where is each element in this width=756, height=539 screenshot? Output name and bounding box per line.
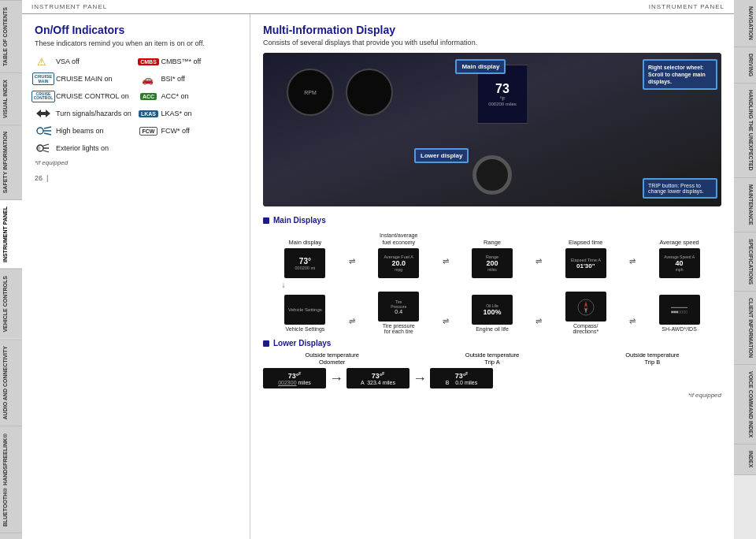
sidebar-item-index[interactable]: INDEX — [734, 444, 756, 474]
turn-signals-icon — [35, 107, 52, 120]
display-compass-label: Compass/directions* — [573, 323, 598, 334]
indicator-exterior-lights-label: Exterior lights on — [56, 144, 109, 152]
sidebar-item-voice-command[interactable]: VOICE COMMAND INDEX — [734, 365, 756, 444]
display-fuel-label: Instant/averagefuel economy — [380, 229, 417, 246]
lower-label-1: Outside temperatureOdometer — [263, 351, 401, 366]
lower-display-callout: Lower display — [414, 148, 469, 163]
header-left: INSTRUMENT PANEL — [32, 3, 107, 10]
lower-screen-odo: 73°F 002300 miles — [263, 368, 326, 388]
display-fuel-economy: Instant/averagefuel economy Average Fuel… — [357, 229, 441, 278]
indicator-turn-signals-on: Turn signals/hazards on — [35, 107, 132, 120]
main-displays-row1: Main display 73° 000200 mi ⇌ Instant/ave… — [263, 229, 721, 278]
indicator-cruise-main-on: CRUISEMAIN CRUISE MAIN on — [35, 72, 132, 85]
lower-displays-header: Lower Displays — [263, 339, 721, 348]
sidebar-item-driving[interactable]: DRIVING — [734, 47, 756, 84]
sidebar-item-audio-connectivity[interactable]: AUDIO AND CONNECTIVITY — [0, 339, 22, 426]
speed-unit: °F — [499, 96, 505, 102]
display-main: Main display 73° 000200 mi — [263, 229, 347, 278]
right-section-title: Multi-Information Display — [263, 24, 721, 36]
lkas-icon: LKAS — [140, 107, 158, 120]
cruise-main-icon: CRUISEMAIN — [35, 72, 52, 85]
sidebar-item-safety-information[interactable]: SAFETY INFORMATION — [0, 125, 22, 199]
header-right: INSTRUMENT PANEL — [649, 3, 724, 10]
display-compass: Compass/directions* — [543, 292, 628, 334]
main-content: INSTRUMENT PANEL INSTRUMENT PANEL On/Off… — [22, 0, 734, 539]
display-tire-pressure: Tire Pressure 0.4 Tire pressurefor each … — [357, 292, 441, 334]
right-sidebar: NAVIGATION DRIVING HANDLING THE UNEXPECT… — [734, 0, 756, 539]
display-range-label: Range — [484, 229, 501, 246]
left-panel: On/Off Indicators These indicators remin… — [22, 14, 250, 539]
sidebar-item-maintenance[interactable]: MAINTENANCE — [734, 178, 756, 232]
indicator-lkas-label: LKAS* on — [161, 110, 192, 117]
svg-line-11 — [43, 151, 49, 152]
indicator-lkas-on: LKAS LKAS* on — [140, 107, 238, 120]
speedometer: RPM — [287, 69, 334, 116]
high-beams-icon — [35, 125, 52, 137]
sidebar-item-acuralink[interactable]: ACURALINK® — [0, 533, 22, 539]
main-displays-header: Main Displays — [263, 216, 721, 225]
lower-subsection-dot — [263, 340, 269, 347]
sidebar-item-client-information[interactable]: CLIENT INFORMATION — [734, 292, 756, 365]
lower-arrow-1: → — [329, 370, 343, 387]
left-footnote: *if equipped — [35, 159, 237, 166]
odometer-display: 000200 miles — [488, 102, 517, 106]
main-display-label: Main display — [461, 63, 499, 70]
indicator-bsi-label: BSI* off — [161, 75, 185, 83]
fcw-icon: FCW — [140, 125, 158, 137]
display-vehicle-settings-label: Vehicle Settings — [285, 326, 324, 332]
display-range: Range Range 200 miles — [450, 229, 535, 278]
main-displays-row2: Vehicle Settings Vehicle Settings ⇌ Tire… — [263, 292, 721, 334]
car-display: RPM 73 °F 000200 miles Right selector — [263, 53, 721, 206]
exchange-arrow-7: ⇌ — [536, 317, 542, 325]
display-elapsed-time: Elapsed time Elapsed Time A 01'30" — [543, 229, 628, 278]
trip-button-label: TRIP button: Press to change lower displ… — [648, 183, 704, 194]
exchange-arrow-5: ⇌ — [349, 317, 355, 325]
display-avg-speed: Average speed Average Speed A 40 mph — [637, 229, 721, 278]
sidebar-item-visual-index[interactable]: VISUAL INDEX — [0, 72, 22, 125]
sidebar-item-handling-unexpected[interactable]: HANDLING THE UNEXPECTED — [734, 84, 756, 178]
display-sh-awd-label: SH-AWD*/IDS — [662, 326, 696, 332]
display-compass-screen — [565, 292, 606, 322]
indicator-vsa-label: VSA off — [56, 58, 80, 65]
page-number: 26 | — [35, 174, 237, 182]
svg-marker-3 — [41, 110, 50, 117]
display-fuel-screen: Average Fuel A 20.0 mpg — [378, 248, 419, 278]
main-displays-title: Main Displays — [273, 216, 326, 225]
exchange-arrow-4: ⇌ — [629, 257, 636, 266]
indicator-fcw-label: FCW* off — [161, 127, 190, 135]
sidebar-item-table-of-contents[interactable]: TABLE OF CONTENTS — [0, 0, 22, 72]
exchange-arrow-6: ⇌ — [443, 317, 449, 325]
left-sidebar: TABLE OF CONTENTS VISUAL INDEX SAFETY IN… — [0, 0, 22, 539]
svg-marker-14 — [584, 301, 587, 307]
exchange-arrow-1: ⇌ — [349, 257, 355, 266]
sidebar-item-specifications[interactable]: SPECIFICATIONS — [734, 232, 756, 292]
sidebar-item-bluetooth[interactable]: BLUETOOTH® HANDSFREELINK® — [0, 426, 22, 533]
right-selector-callout: Right selector wheel: Scroll to change m… — [643, 59, 717, 90]
indicator-bsi-off: 🚗 BSI* off — [140, 72, 238, 85]
left-section-title: On/Off Indicators — [35, 24, 237, 36]
sidebar-item-navigation[interactable]: NAVIGATION — [734, 0, 756, 47]
down-arrow-main: ↓ — [263, 281, 304, 289]
lower-display-label: Lower display — [421, 152, 462, 159]
top-header: INSTRUMENT PANEL INSTRUMENT PANEL — [22, 0, 734, 14]
cruise-control-icon: CRUISECONTROL — [35, 90, 52, 102]
sidebar-item-vehicle-controls[interactable]: VEHICLE CONTROLS — [0, 269, 22, 339]
lower-arrow-2: → — [413, 370, 427, 387]
left-section-desc: These indicators remind you when an item… — [35, 39, 237, 47]
lower-display-labels: Outside temperatureOdometer Outside temp… — [263, 351, 721, 366]
display-range-screen: Range 200 miles — [472, 248, 513, 278]
indicator-high-beams-on: High beams on — [35, 125, 132, 137]
svg-line-6 — [44, 127, 51, 128]
steering-wheel — [472, 155, 512, 195]
display-elapsed-label: Elapsed time — [569, 229, 602, 246]
display-sh-awd-screen: ━━━━━━━ ◼◼◼◻◻◻◻ — [659, 295, 700, 325]
content-area: On/Off Indicators These indicators remin… — [22, 14, 734, 539]
svg-line-7 — [44, 133, 51, 135]
arrow-down-row: ↓ — [263, 281, 721, 289]
sidebar-item-instrument-panel[interactable]: INSTRUMENT PANEL — [0, 199, 22, 269]
trip-button-callout: TRIP button: Press to change lower displ… — [643, 178, 717, 199]
display-tire-pressure-label: Tire pressurefor each tire — [383, 323, 415, 334]
lower-label-3: Outside temperatureTrip B — [584, 351, 721, 366]
display-oil-life: Oil Life 100% Engine oil life — [450, 295, 535, 332]
svg-point-12 — [37, 147, 41, 151]
